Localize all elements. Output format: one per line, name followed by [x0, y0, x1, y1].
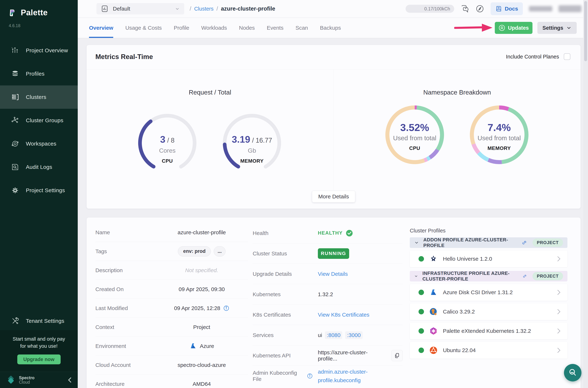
sidebar-nav: Project Overview Profiles Clusters [0, 39, 78, 202]
infrastructure-profile-header[interactable]: INFRASTRUCTURE PROFILE AZURE-CLUSTER-PRO… [410, 271, 567, 281]
detail-label: Cloud Account [95, 362, 156, 368]
profile-row-ubuntu[interactable]: Ubuntu 22.04 [410, 342, 567, 359]
detail-label: Admin Kubeconfig File [253, 370, 304, 382]
detail-row-services: Services ui :8080 :3000 [253, 325, 403, 345]
kubernetes-api-value: https://azure-cluster-profile... [318, 349, 387, 362]
cluster-profiles-title: Cluster Profiles [410, 228, 567, 234]
detail-label: Architecture [95, 381, 156, 387]
architecture-value: AMD64 [193, 381, 211, 387]
detail-row-last-modified: Last Modified 09 Apr 2025, 12:28 [95, 299, 248, 318]
detail-label: Last Modified [95, 305, 156, 311]
more-details-button[interactable]: More Details [312, 191, 355, 202]
tools-icon [11, 317, 19, 325]
scrollbar-track[interactable] [583, 0, 588, 388]
tag-more[interactable]: ... [214, 246, 226, 256]
sidebar-item-tenant-settings[interactable]: Tenant Settings [0, 312, 78, 330]
cpu-unit: Cores [159, 147, 176, 154]
addon-profile-header[interactable]: ADDON PROFILE AZURE-CLUSTER-PROFILE PROJ… [410, 237, 567, 248]
profile-row-azure-disk-csi[interactable]: Azure Disk CSI Driver 1.31.2 [410, 284, 567, 301]
tab-backups[interactable]: Backups [320, 18, 341, 38]
link-icon[interactable] [521, 240, 527, 246]
detail-row-health: Health HEALTHY [253, 223, 403, 243]
project-selector[interactable]: Default [96, 3, 184, 14]
updates-icon [498, 24, 505, 31]
docs-button[interactable]: Docs [491, 2, 523, 15]
profile-row-hello-universe[interactable]: Hello Universe 1.2.0 [410, 250, 567, 267]
memory-request-gauge: 3.19 / 16.77 Gb MEMORY [221, 112, 283, 174]
detail-label: Environment [95, 343, 156, 349]
status-dot-icon [419, 290, 424, 295]
sidebar-item-project-settings[interactable]: Project Settings [0, 179, 78, 202]
include-control-planes-checkbox[interactable] [564, 53, 570, 60]
sidebar-item-project-overview[interactable]: Project Overview [0, 39, 78, 62]
compass-icon[interactable] [475, 4, 484, 13]
redacted-account-name[interactable] [559, 5, 581, 12]
doc-search-icon [11, 163, 19, 171]
tab-events[interactable]: Events [267, 18, 283, 38]
sidebar-item-workspaces[interactable]: Workspaces [0, 132, 78, 155]
app-version: 4.6.18 [0, 17, 78, 28]
tab-nodes[interactable]: Nodes [239, 18, 255, 38]
settings-button[interactable]: Settings [537, 22, 577, 34]
search-fab-button[interactable] [564, 364, 581, 381]
memory-request-value: 3.19 [232, 134, 250, 145]
sidebar-item-audit-logs[interactable]: Audit Logs [0, 155, 78, 179]
check-circle-icon [345, 229, 353, 237]
details-middle-column: Health HEALTHY Cluster Status RUNNING Up… [253, 223, 403, 386]
profile-row-palette-extended-k8s[interactable]: Palette eXtended Kubernetes 1.32.2 [410, 323, 567, 339]
cluster-tabbar: Overview Usage & Costs Profile Workloads… [78, 18, 588, 38]
brand-name-bottom: Cloud [19, 380, 35, 384]
breadcrumb-clusters-link[interactable]: Clusters [194, 6, 214, 12]
sidebar-item-clusters[interactable]: Clusters [0, 85, 78, 109]
docs-label: Docs [505, 6, 518, 12]
tab-scan[interactable]: Scan [295, 18, 308, 38]
collapse-sidebar-icon[interactable] [67, 376, 73, 384]
tab-workloads[interactable]: Workloads [201, 18, 227, 38]
view-details-link[interactable]: View Details [318, 271, 348, 277]
chat-icon[interactable] [460, 4, 469, 13]
tab-profile[interactable]: Profile [174, 18, 189, 38]
sidebar-item-profiles[interactable]: Profiles [0, 62, 78, 85]
namespace-cpu-caption: Used from total [393, 134, 436, 142]
description-value: Not specified. [185, 267, 218, 273]
namespace-memory-percent: 7.4% [488, 121, 511, 133]
namespace-memory-donut: 7.4% Used from total MEMORY [468, 104, 530, 166]
annotation-arrow [454, 22, 494, 34]
detail-row-cluster-status: Cluster Status RUNNING [253, 243, 403, 264]
metrics-header: Metrics Real-Time Include Control Planes [87, 45, 581, 69]
service-port-3000-link[interactable]: :3000 [345, 331, 362, 339]
memory-gauge-label: MEMORY [240, 158, 264, 164]
detail-label: Kubernetes API [253, 352, 313, 359]
last-modified-value: 09 Apr 2025, 12:28 [174, 305, 220, 311]
health-status-badge: HEALTHY [318, 230, 343, 236]
detail-label: Created On [95, 286, 156, 292]
tab-overview[interactable]: Overview [89, 18, 113, 38]
azure-icon [189, 342, 197, 350]
kubernetes-version-value: 1.32.2 [318, 291, 333, 297]
profile-row-calico[interactable]: Calico 3.29.2 [410, 303, 567, 320]
tab-usage-costs[interactable]: Usage & Costs [125, 18, 162, 38]
link-icon[interactable] [522, 273, 527, 279]
network-icon [11, 116, 19, 125]
sidebar-item-label: Audit Logs [26, 164, 52, 170]
cluster-status-badge: RUNNING [318, 248, 349, 259]
profile-pack-name: Hello Universe 1.2.0 [443, 256, 492, 262]
sidebar-item-cluster-groups[interactable]: Cluster Groups [0, 109, 78, 132]
cluster-name-value: azure-cluster-profile [178, 229, 226, 236]
sidebar-item-label: Clusters [26, 94, 46, 100]
info-icon[interactable] [307, 373, 313, 379]
tag-env-prod[interactable]: env: prod [178, 246, 211, 256]
memory-unit: Gb [248, 147, 256, 154]
bar-chart-icon [11, 46, 19, 55]
sidebar-footer: Spectro Cloud [0, 372, 78, 388]
view-k8s-certificates-link[interactable]: View K8s Certificates [318, 312, 369, 318]
upgrade-now-button[interactable]: Upgrade now [17, 355, 61, 364]
service-port-8080-link[interactable]: :8080 [325, 331, 342, 339]
scrollbar-thumb[interactable] [584, 1, 587, 61]
admin-kubeconfig-link[interactable]: admin.azure-cluster- profile.kubeconfig [318, 367, 367, 385]
sidebar: Palette 4.6.18 Project Overview Profiles [0, 0, 78, 388]
info-icon[interactable] [223, 305, 229, 311]
profile-pack-name: Palette eXtended Kubernetes 1.32.2 [443, 328, 531, 334]
copy-button[interactable] [391, 350, 403, 361]
updates-button[interactable]: Updates [495, 22, 532, 34]
